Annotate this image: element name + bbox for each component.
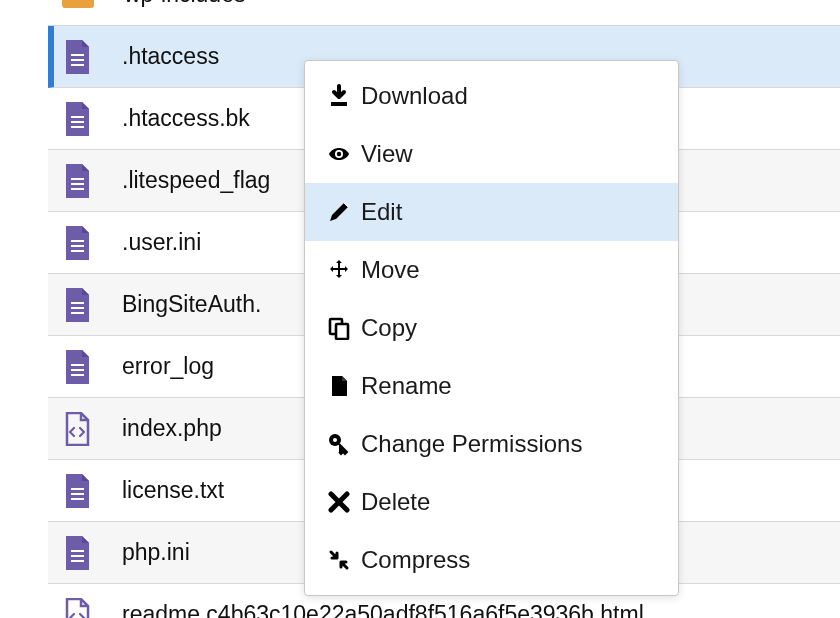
menu-edit[interactable]: Edit (305, 183, 678, 241)
file-name: .htaccess.bk (122, 105, 250, 132)
move-icon (325, 258, 353, 282)
code-file-icon (62, 598, 92, 619)
file-name: wp-includes (124, 0, 245, 8)
menu-label: Move (361, 256, 420, 284)
file-icon (325, 374, 353, 398)
download-icon (325, 84, 353, 108)
menu-copy[interactable]: Copy (305, 299, 678, 357)
document-icon (62, 288, 92, 322)
document-icon (62, 474, 92, 508)
document-icon (62, 40, 92, 74)
file-name: BingSiteAuth. (122, 291, 261, 318)
context-menu: Download View Edit Move Copy Rename Chan… (304, 60, 679, 596)
menu-label: Edit (361, 198, 402, 226)
document-icon (62, 536, 92, 570)
file-name: error_log (122, 353, 214, 380)
folder-icon (62, 0, 94, 8)
document-icon (62, 226, 92, 260)
menu-delete[interactable]: Delete (305, 473, 678, 531)
file-name: index.php (122, 415, 222, 442)
menu-label: Download (361, 82, 468, 110)
menu-label: Copy (361, 314, 417, 342)
document-icon (62, 350, 92, 384)
document-icon (62, 102, 92, 136)
menu-label: Delete (361, 488, 430, 516)
code-file-icon (62, 412, 92, 446)
menu-change-permissions[interactable]: Change Permissions (305, 415, 678, 473)
file-name: .user.ini (122, 229, 201, 256)
document-icon (62, 164, 92, 198)
file-name: readme.c4b63c10e22a50adf8f516a6f5e3936b.… (122, 601, 644, 618)
file-name: .litespeed_flag (122, 167, 270, 194)
file-row[interactable]: wp-includes (48, 0, 840, 26)
menu-rename[interactable]: Rename (305, 357, 678, 415)
copy-icon (325, 316, 353, 340)
file-name: license.txt (122, 477, 224, 504)
key-icon (325, 432, 353, 456)
file-name: .htaccess (122, 43, 219, 70)
eye-icon (325, 142, 353, 166)
compress-icon (325, 548, 353, 572)
file-name: php.ini (122, 539, 190, 566)
pencil-icon (325, 200, 353, 224)
menu-download[interactable]: Download (305, 67, 678, 125)
menu-view[interactable]: View (305, 125, 678, 183)
menu-compress[interactable]: Compress (305, 531, 678, 589)
menu-label: View (361, 140, 413, 168)
menu-label: Change Permissions (361, 430, 582, 458)
menu-label: Rename (361, 372, 452, 400)
menu-label: Compress (361, 546, 470, 574)
close-icon (325, 490, 353, 514)
menu-move[interactable]: Move (305, 241, 678, 299)
